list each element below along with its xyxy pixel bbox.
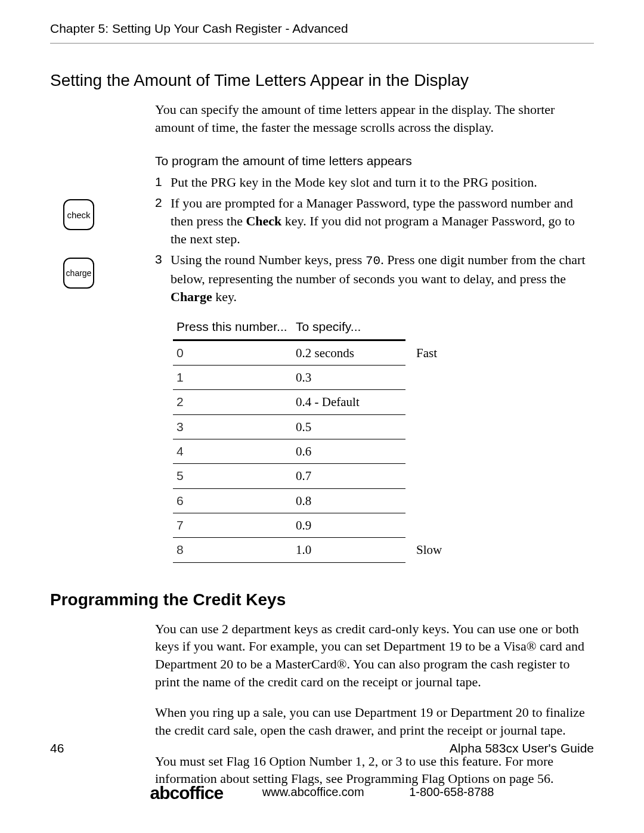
table-header-specify: To specify...: [292, 316, 405, 340]
code-70: 70: [366, 254, 380, 268]
table-header-empty: [405, 316, 453, 340]
table-cell-number: 5: [173, 464, 292, 488]
check-key-name: Check: [246, 213, 281, 228]
table-cell-note: Slow: [405, 538, 453, 562]
table-cell-number: 4: [173, 439, 292, 464]
table-cell-value: 0.8: [292, 489, 405, 513]
step-1: 1 Put the PRG key in the Mode key slot a…: [155, 174, 594, 191]
section-title-letter-timing: Setting the Amount of Time Letters Appea…: [50, 71, 594, 90]
table-cell-note: [405, 439, 453, 464]
table-cell-note: [405, 366, 453, 390]
table-cell-number: 2: [173, 390, 292, 414]
table-cell-number: 6: [173, 489, 292, 513]
guide-title: Alpha 583cx User's Guide: [450, 741, 594, 755]
page-number: 46: [50, 741, 64, 755]
chapter-header: Chapter 5: Setting Up Your Cash Register…: [50, 21, 594, 44]
text: Using the round Number keys, press: [171, 252, 366, 267]
table-cell-number: 8: [173, 538, 292, 562]
brand-footer: abcoffice www.abcoffice.com 1-800-658-87…: [0, 783, 644, 803]
step-2: 2 If you are prompted for a Manager Pass…: [155, 194, 594, 247]
table-cell-number: 0: [173, 341, 292, 366]
table-cell-note: [405, 489, 453, 513]
step-number: 1: [155, 174, 171, 191]
task-title: To program the amount of time letters ap…: [155, 153, 594, 169]
credit-p2: When you ring up a sale, you can use Dep…: [155, 704, 594, 739]
step-text: Using the round Number keys, press 70. P…: [171, 251, 594, 305]
table-cell-value: 0.3: [292, 366, 405, 390]
credit-p1: You can use 2 department keys as credit …: [155, 620, 594, 691]
page-footer: 46 Alpha 583cx User's Guide: [50, 741, 594, 755]
step-3: 3 Using the round Number keys, press 70.…: [155, 251, 594, 305]
table-cell-value: 0.7: [292, 464, 405, 488]
table-cell-note: Fast: [405, 341, 453, 366]
section-title-credit-keys: Programming the Credit Keys: [50, 590, 594, 609]
table-cell-value: 1.0: [292, 538, 405, 562]
table-cell-value: 0.2 seconds: [292, 341, 405, 366]
table-cell-number: 7: [173, 513, 292, 538]
table-cell-note: [405, 464, 453, 488]
charge-key-icon: charge: [63, 258, 94, 289]
check-key-icon: check: [63, 199, 94, 230]
table-cell-value: 0.6: [292, 439, 405, 464]
table-cell-note: [405, 415, 453, 439]
table-header-press: Press this number...: [173, 316, 292, 340]
step-text: Put the PRG key in the Mode key slot and…: [171, 174, 594, 191]
table-cell-value: 0.5: [292, 415, 405, 439]
table-cell-number: 1: [173, 366, 292, 390]
table-cell-note: [405, 390, 453, 414]
step-text: If you are prompted for a Manager Passwo…: [171, 194, 594, 247]
table-cell-number: 3: [173, 415, 292, 439]
table-cell-value: 0.9: [292, 513, 405, 538]
charge-key-name: Charge: [171, 289, 212, 304]
text: key.: [212, 289, 237, 304]
table-cell-value: 0.4 - Default: [292, 390, 405, 414]
brand-phone: 1-800-658-8788: [409, 785, 494, 798]
step-number: 3: [155, 251, 171, 305]
table-cell-note: [405, 513, 453, 538]
brand-url: www.abcoffice.com: [262, 785, 364, 798]
step-number: 2: [155, 194, 171, 247]
brand-logo: abcoffice: [150, 783, 224, 803]
timing-table: Press this number... To specify... 00.2 …: [173, 316, 594, 562]
intro-paragraph: You can specify the amount of time lette…: [155, 101, 594, 136]
